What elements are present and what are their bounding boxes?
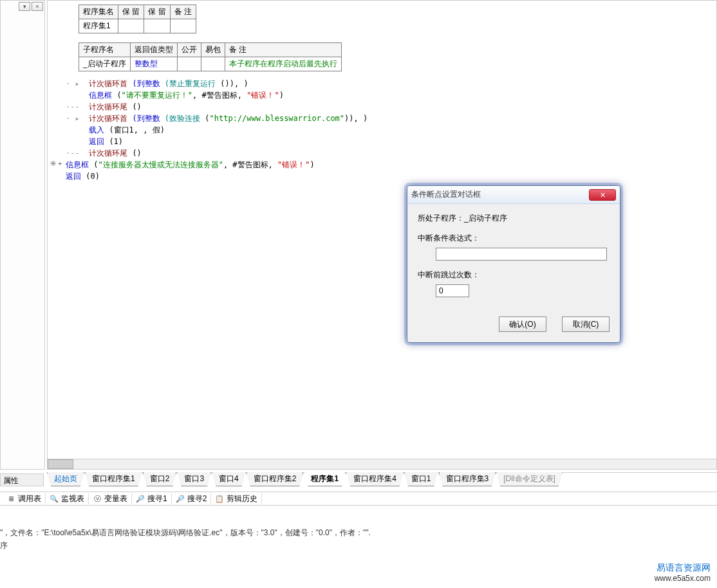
dialog-close-button[interactable]: ✕ — [589, 189, 616, 201]
tb-search1[interactable]: 🔎 搜寻1 — [132, 493, 172, 504]
cell[interactable] — [177, 57, 201, 71]
horizontal-scrollbar[interactable] — [48, 459, 716, 469]
tb-variable-table[interactable]: ⓥ 变量表 — [89, 493, 132, 504]
cell[interactable] — [201, 57, 225, 71]
tb-label: 剪辑历史 — [227, 493, 257, 504]
dialog-title: 条件断点设置对话框 — [411, 189, 589, 200]
tab-dll-commands[interactable]: [Dll命令定义表] — [496, 472, 563, 486]
location-value: _启动子程序 — [464, 214, 507, 223]
status-line1: "，文件名："E:\tool\e5a5x\易语言网络验证模块源码\网络验证.ec… — [0, 526, 717, 539]
subroutine-table: 子程序名 返回值类型 公开 易包 备 注 _启动子程序 整数型 本子程序在程序启… — [79, 42, 342, 71]
expression-label: 中断条件表达式： — [418, 233, 610, 244]
var-icon: ⓥ — [93, 494, 102, 503]
code-line: 载入 (窗口1, , 假) — [66, 124, 711, 136]
bottom-toolbar: ≣ 调用表 🔍 监视表 ⓥ 变量表 🔎 搜寻1 🔎 搜寻2 📋 剪辑历史 — [0, 492, 717, 506]
watermark-line1: 易语言资源网 — [655, 562, 711, 574]
col-return-type: 返回值类型 — [130, 43, 177, 57]
return-type-cell[interactable]: 整数型 — [130, 57, 177, 71]
col-sub-name: 子程序名 — [79, 43, 131, 57]
tab-start-page[interactable]: 起始页 — [47, 472, 84, 486]
gutter-icon[interactable]: ⁜ + — [50, 160, 62, 168]
ok-button[interactable]: 确认(O) — [499, 317, 546, 332]
breakpoint-dialog: 条件断点设置对话框 ✕ 所处子程序：_启动子程序 中断条件表达式： 中断前跳过次… — [407, 185, 620, 343]
code-line: ·-- 计次循环尾 () — [66, 147, 711, 159]
side-close-btn[interactable]: × — [32, 2, 43, 11]
scrollbar-thumb[interactable] — [48, 459, 73, 469]
col-program-set-name: 程序集名 — [79, 5, 118, 19]
tab-window-set2[interactable]: 窗口程序集2 — [247, 472, 304, 486]
expression-input[interactable] — [436, 248, 607, 261]
skip-count-input[interactable] — [436, 284, 469, 297]
code-line: · ▸ 计次循环首 (到整数 (禁止重复运行 ()), ) — [66, 78, 711, 89]
program-set-name-cell[interactable]: 程序集1 — [79, 19, 118, 33]
tb-clip-history[interactable]: 📋 剪辑历史 — [211, 493, 262, 504]
tab-window-set4[interactable]: 窗口程序集4 — [346, 472, 404, 486]
tab-program-set1[interactable]: 程序集1 — [304, 472, 346, 486]
cell[interactable] — [118, 19, 144, 33]
code-line: 信息框 ("请不要重复运行！", #警告图标, "错误！") — [66, 89, 711, 101]
cell[interactable] — [144, 19, 170, 33]
col-remark: 备 注 — [170, 5, 196, 19]
tab-window1[interactable]: 窗口1 — [404, 472, 438, 486]
tab-window2[interactable]: 窗口2 — [143, 472, 177, 486]
tb-watch-table[interactable]: 🔍 监视表 — [46, 493, 89, 504]
code-lines[interactable]: · ▸ 计次循环首 (到整数 (禁止重复运行 ()), ) 信息框 ("请不要重… — [66, 78, 711, 182]
col-reserved2: 保 留 — [144, 5, 170, 19]
tb-label: 监视表 — [61, 493, 84, 504]
watermark-line2: www.e5a5x.com — [655, 574, 711, 583]
col-remark2: 备 注 — [225, 43, 341, 57]
code-line: · ▸ 计次循环首 (到整数 (效验连接 ("http://www.blessw… — [66, 113, 711, 124]
output-text: "，文件名："E:\tool\e5a5x\易语言网络验证模块源码\网络验证.ec… — [0, 525, 717, 553]
side-pane: ▾ × — [0, 0, 45, 470]
code-line: 返回 (0) — [66, 170, 711, 182]
search-icon: 🔎 — [176, 494, 185, 503]
status-line2: 序 — [0, 539, 717, 552]
search-icon: 🔎 — [136, 494, 145, 503]
watermark: 易语言资源网 www.e5a5x.com — [655, 562, 711, 583]
skip-count-label: 中断前跳过次数： — [418, 270, 610, 280]
col-public: 公开 — [177, 43, 201, 57]
tb-search2[interactable]: 🔎 搜寻2 — [172, 493, 212, 504]
tab-window-set3[interactable]: 窗口程序集3 — [439, 472, 496, 486]
tb-label: 变量表 — [104, 493, 127, 504]
code-line: ·-- 计次循环尾 () — [66, 101, 711, 113]
tab-window3[interactable]: 窗口3 — [177, 472, 211, 486]
magnify-icon: 🔍 — [50, 494, 59, 503]
remark-cell[interactable]: 本子程序在程序启动后最先执行 — [225, 57, 341, 71]
list-icon: ≣ — [6, 494, 15, 503]
col-epkg: 易包 — [201, 43, 225, 57]
code-line: 返回 (1) — [66, 136, 711, 147]
code-line: 信息框 ("连接服务器太慢或无法连接服务器", #警告图标, "错误！") — [66, 159, 711, 170]
clipboard-icon: 📋 — [215, 494, 224, 503]
properties-panel-label[interactable]: 属性 — [0, 473, 44, 486]
dialog-titlebar[interactable]: 条件断点设置对话框 ✕ — [407, 186, 620, 204]
col-reserved1: 保 留 — [118, 5, 144, 19]
tab-window4[interactable]: 窗口4 — [212, 472, 246, 486]
tb-call-table[interactable]: ≣ 调用表 — [3, 493, 46, 504]
location-label: 所处子程序： — [418, 214, 464, 223]
tab-window-set1[interactable]: 窗口程序集1 — [85, 472, 142, 486]
cancel-button[interactable]: 取消(C) — [562, 317, 610, 332]
program-set-table: 程序集名 保 留 保 留 备 注 程序集1 — [79, 5, 196, 33]
editor-tabbar: 起始页 窗口程序集1 窗口2 窗口3 窗口4 窗口程序集2 程序集1 窗口程序集… — [47, 472, 717, 486]
tb-label: 搜寻2 — [187, 493, 207, 504]
sub-name-cell[interactable]: _启动子程序 — [79, 57, 131, 71]
tb-label: 调用表 — [18, 493, 41, 504]
cell[interactable] — [170, 19, 196, 33]
side-dropdown-btn[interactable]: ▾ — [19, 2, 30, 11]
tb-label: 搜寻1 — [147, 493, 167, 504]
